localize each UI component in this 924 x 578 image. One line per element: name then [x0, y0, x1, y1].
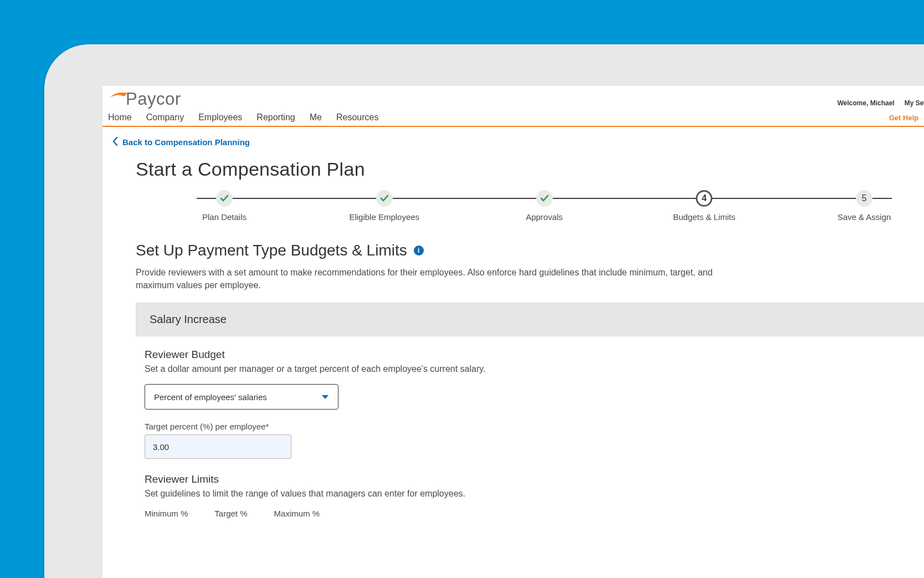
check-icon — [376, 190, 393, 207]
progress-stepper: Plan Details Eligible Employees Approval… — [180, 190, 908, 222]
nav-home[interactable]: Home — [108, 112, 132, 122]
page-title: Start a Compensation Plan — [136, 158, 924, 180]
step-label: Save & Assign — [838, 212, 891, 222]
target-percent-input[interactable] — [145, 434, 291, 459]
limits-max-col: Maximum % — [274, 509, 320, 520]
step-label: Eligible Employees — [349, 212, 419, 222]
info-icon[interactable]: i — [414, 245, 424, 255]
section-description: Provide reviewers with a set amount to m… — [136, 266, 745, 291]
accordion-body: Reviewer Budget Set a dollar amount per … — [136, 336, 924, 520]
chevron-left-icon — [112, 137, 118, 147]
brand-logo: Paycor — [109, 89, 181, 109]
limits-row: Minimum % Target % Maximum % — [145, 509, 924, 520]
step-number: 5 — [856, 190, 872, 207]
step-label: Budgets & Limits — [673, 212, 736, 222]
app-screen: Paycor Welcome, Michael My Settings Sign… — [102, 86, 924, 578]
nav-company[interactable]: Company — [146, 112, 184, 122]
step-label: Approvals — [526, 212, 563, 222]
target-percent-label: Target percent (%) per employee* — [145, 422, 924, 431]
nav-right: Get Help Give Feedback — [889, 114, 924, 122]
select-value: Percent of employees' salaries — [154, 392, 267, 402]
reviewer-limits-heading: Reviewer Limits — [145, 473, 924, 485]
limits-min-col: Minimum % — [145, 509, 188, 520]
user-links: Welcome, Michael My Settings Sign Out — [838, 99, 925, 109]
target-percent-limits-label: Target % — [214, 509, 247, 518]
nav-employees[interactable]: Employees — [198, 112, 242, 122]
content: Start a Compensation Plan Plan Details E… — [102, 147, 924, 520]
section-header: Set Up Payment Type Budgets & Limits i — [136, 242, 924, 259]
caret-down-icon — [321, 392, 329, 402]
nav-me[interactable]: Me — [310, 112, 322, 122]
step-budgets-limits[interactable]: 4 Budgets & Limits — [660, 190, 748, 222]
accordion-salary-increase-header[interactable]: Salary Increase — [136, 303, 924, 336]
step-plan-details[interactable]: Plan Details — [180, 190, 269, 222]
step-approvals[interactable]: Approvals — [500, 190, 589, 222]
topbar: Paycor Welcome, Michael My Settings Sign… — [102, 86, 924, 109]
step-eligible-employees[interactable]: Eligible Employees — [340, 190, 429, 222]
welcome-text: Welcome, Michael — [838, 99, 895, 107]
get-help-link[interactable]: Get Help — [889, 114, 918, 122]
brand-text: Paycor — [126, 89, 181, 109]
step-number: 4 — [696, 190, 712, 207]
step-label: Plan Details — [202, 212, 247, 222]
budget-type-select[interactable]: Percent of employees' salaries — [145, 384, 338, 410]
reviewer-limits-desc: Set guidelines to limit the range of val… — [145, 489, 924, 499]
brand-swoosh-icon — [109, 90, 128, 103]
my-settings-link[interactable]: My Settings — [905, 99, 924, 107]
tablet-frame: Paycor Welcome, Michael My Settings Sign… — [44, 44, 924, 578]
accordion-title: Salary Increase — [150, 313, 227, 326]
maximum-percent-label: Maximum % — [274, 509, 320, 518]
check-icon — [216, 190, 233, 207]
reviewer-budget-desc: Set a dollar amount per manager or a tar… — [145, 364, 924, 374]
step-save-assign[interactable]: 5 Save & Assign — [820, 190, 908, 222]
nav-reporting[interactable]: Reporting — [256, 112, 295, 122]
nav-resources[interactable]: Resources — [336, 112, 378, 122]
section-title: Set Up Payment Type Budgets & Limits — [136, 242, 407, 259]
limits-target-col: Target % — [214, 509, 247, 520]
main-nav: Home Company Employees Reporting Me Reso… — [102, 109, 924, 127]
reviewer-budget-heading: Reviewer Budget — [145, 349, 924, 361]
back-link-label: Back to Compensation Planning — [122, 137, 250, 147]
nav-links: Home Company Employees Reporting Me Reso… — [108, 112, 378, 122]
check-icon — [536, 190, 553, 207]
back-to-compensation-planning-link[interactable]: Back to Compensation Planning — [102, 127, 924, 147]
minimum-percent-label: Minimum % — [145, 509, 188, 518]
